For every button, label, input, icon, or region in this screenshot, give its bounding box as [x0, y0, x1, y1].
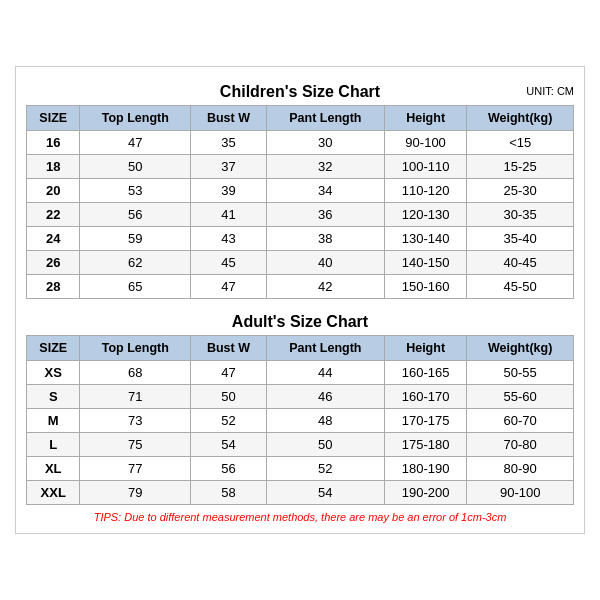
table-cell: 60-70 — [467, 409, 574, 433]
table-cell: 36 — [266, 203, 384, 227]
table-cell: 50 — [80, 155, 191, 179]
table-cell: 40-45 — [467, 251, 574, 275]
table-cell: 35 — [191, 131, 267, 155]
table-cell: 47 — [80, 131, 191, 155]
table-row: 26624540140-15040-45 — [27, 251, 574, 275]
table-cell: 44 — [266, 361, 384, 385]
table-cell: XL — [27, 457, 80, 481]
adult-header-row: SIZE Top Length Bust W Pant Length Heigh… — [27, 336, 574, 361]
unit-label: UNIT: CM — [526, 85, 574, 97]
table-cell: XS — [27, 361, 80, 385]
table-cell: 190-200 — [384, 481, 466, 505]
table-cell: 75 — [80, 433, 191, 457]
table-cell: 120-130 — [384, 203, 466, 227]
table-cell: 79 — [80, 481, 191, 505]
table-row: 22564136120-13030-35 — [27, 203, 574, 227]
adult-section: Adult's Size Chart SIZE Top Length Bust … — [26, 307, 574, 505]
table-cell: 52 — [266, 457, 384, 481]
table-row: XL775652180-19080-90 — [27, 457, 574, 481]
table-cell: 45 — [191, 251, 267, 275]
table-cell: 100-110 — [384, 155, 466, 179]
col-header-weight: Weight(kg) — [467, 106, 574, 131]
adult-col-size: SIZE — [27, 336, 80, 361]
table-cell: 50-55 — [467, 361, 574, 385]
table-cell: 65 — [80, 275, 191, 299]
adult-col-bust-w: Bust W — [191, 336, 267, 361]
table-cell: 140-150 — [384, 251, 466, 275]
table-cell: 20 — [27, 179, 80, 203]
table-cell: 56 — [191, 457, 267, 481]
table-cell: 41 — [191, 203, 267, 227]
table-cell: 59 — [80, 227, 191, 251]
table-cell: 25-30 — [467, 179, 574, 203]
table-row: 1647353090-100<15 — [27, 131, 574, 155]
table-cell: 160-165 — [384, 361, 466, 385]
table-cell: 90-100 — [384, 131, 466, 155]
table-cell: 170-175 — [384, 409, 466, 433]
table-cell: 22 — [27, 203, 80, 227]
table-cell: 42 — [266, 275, 384, 299]
table-cell: 90-100 — [467, 481, 574, 505]
table-cell: 48 — [266, 409, 384, 433]
col-header-height: Height — [384, 106, 466, 131]
col-header-size: SIZE — [27, 106, 80, 131]
adult-section-title: Adult's Size Chart — [26, 307, 574, 335]
table-cell: 160-170 — [384, 385, 466, 409]
table-cell: 54 — [191, 433, 267, 457]
adult-col-pant-length: Pant Length — [266, 336, 384, 361]
table-row: S715046160-17055-60 — [27, 385, 574, 409]
col-header-pant-length: Pant Length — [266, 106, 384, 131]
table-cell: 50 — [191, 385, 267, 409]
table-cell: 55-60 — [467, 385, 574, 409]
table-cell: 58 — [191, 481, 267, 505]
table-cell: L — [27, 433, 80, 457]
table-cell: 32 — [266, 155, 384, 179]
table-cell: 53 — [80, 179, 191, 203]
table-cell: 62 — [80, 251, 191, 275]
table-row: 28654742150-16045-50 — [27, 275, 574, 299]
table-row: M735248170-17560-70 — [27, 409, 574, 433]
table-cell: 47 — [191, 361, 267, 385]
table-cell: 56 — [80, 203, 191, 227]
table-cell: 47 — [191, 275, 267, 299]
table-cell: 30 — [266, 131, 384, 155]
table-cell: 18 — [27, 155, 80, 179]
chart-container: Children's Size Chart UNIT: CM SIZE Top … — [15, 66, 585, 534]
table-row: XXL795854190-20090-100 — [27, 481, 574, 505]
children-header-row: SIZE Top Length Bust W Pant Length Heigh… — [27, 106, 574, 131]
table-cell: 24 — [27, 227, 80, 251]
table-cell: 110-120 — [384, 179, 466, 203]
table-cell: 34 — [266, 179, 384, 203]
table-cell: 71 — [80, 385, 191, 409]
table-cell: 50 — [266, 433, 384, 457]
adult-title-text: Adult's Size Chart — [232, 313, 368, 330]
table-cell: 35-40 — [467, 227, 574, 251]
col-header-bust-w: Bust W — [191, 106, 267, 131]
adult-col-height: Height — [384, 336, 466, 361]
table-row: 20533934110-12025-30 — [27, 179, 574, 203]
table-cell: 68 — [80, 361, 191, 385]
table-cell: 73 — [80, 409, 191, 433]
table-cell: 46 — [266, 385, 384, 409]
children-title-text: Children's Size Chart — [220, 83, 380, 100]
table-row: 24594338130-14035-40 — [27, 227, 574, 251]
col-header-top-length: Top Length — [80, 106, 191, 131]
table-cell: S — [27, 385, 80, 409]
adult-col-weight: Weight(kg) — [467, 336, 574, 361]
table-row: XS684744160-16550-55 — [27, 361, 574, 385]
table-cell: 38 — [266, 227, 384, 251]
table-cell: 175-180 — [384, 433, 466, 457]
table-cell: 40 — [266, 251, 384, 275]
table-cell: 28 — [27, 275, 80, 299]
table-cell: 150-160 — [384, 275, 466, 299]
table-cell: 45-50 — [467, 275, 574, 299]
table-cell: 130-140 — [384, 227, 466, 251]
tips-text: TIPS: Due to different measurement metho… — [26, 511, 574, 523]
table-row: L755450175-18070-80 — [27, 433, 574, 457]
table-cell: 30-35 — [467, 203, 574, 227]
table-cell: 39 — [191, 179, 267, 203]
table-cell: M — [27, 409, 80, 433]
adult-table: SIZE Top Length Bust W Pant Length Heigh… — [26, 335, 574, 505]
table-row: 18503732100-11015-25 — [27, 155, 574, 179]
table-cell: 77 — [80, 457, 191, 481]
